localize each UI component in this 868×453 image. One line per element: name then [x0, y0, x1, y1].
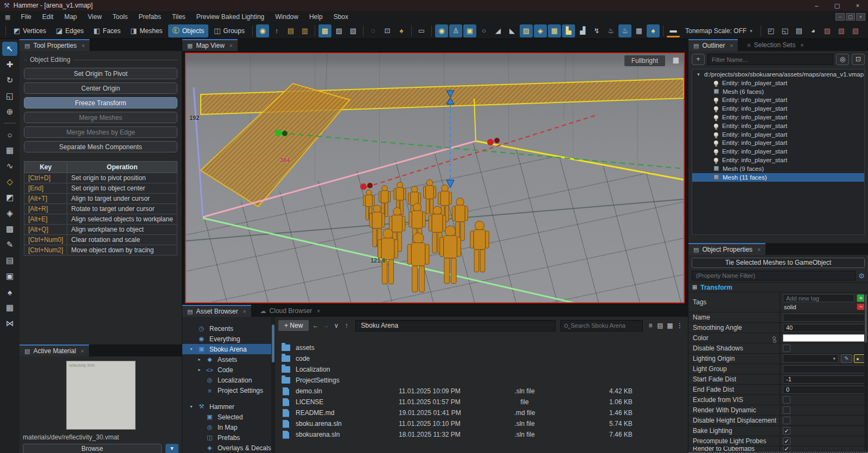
block-tool[interactable]: ▦ — [2, 143, 17, 157]
paint-tool[interactable]: ✎ — [2, 238, 17, 252]
set-origin-to-pivot-button[interactable]: Set Origin To Pivot — [24, 68, 177, 79]
file-row[interactable]: sbokuarena.sln18.01.2025 11:32 PM.sln fi… — [275, 429, 688, 440]
file-row[interactable]: Localization — [275, 364, 688, 375]
close-icon[interactable]: × — [757, 247, 761, 253]
tab-active-material[interactable]: ▧ Active Material × — [20, 344, 89, 356]
vertex-tool[interactable]: ◈ — [2, 206, 17, 220]
outliner-item[interactable]: Entity: info_player_start — [692, 147, 864, 156]
property-checkbox[interactable]: ✓ — [783, 406, 790, 414]
strip-divider[interactable] — [4, 123, 16, 124]
merge-meshes-by-edge-button[interactable]: Merge Meshes by Edge — [24, 126, 177, 138]
maximize-button[interactable]: ▢ — [827, 0, 847, 11]
merge-meshes-button[interactable]: Merge Meshes — [24, 112, 177, 123]
color-swatch[interactable] — [783, 334, 865, 342]
property-checkbox[interactable]: ✓ — [783, 437, 790, 445]
new-button[interactable]: + New — [278, 320, 309, 331]
menu-item[interactable]: File — [15, 11, 36, 23]
more-options-icon[interactable]: ⋮ — [675, 322, 685, 329]
add-entity-button[interactable]: + — [692, 54, 705, 65]
property-input[interactable]: -1 — [783, 375, 865, 384]
filter-icon[interactable]: ≡ — [646, 322, 655, 329]
outliner-item[interactable]: Entity: info_player_start — [692, 122, 864, 130]
property-filter-input[interactable]: (Property Name Filter) — [692, 271, 856, 280]
outliner-item[interactable]: Entity: info_player_start — [692, 113, 864, 122]
menu-item[interactable]: Edit — [37, 11, 59, 23]
tab-selection-sets[interactable]: ≡ Selection Sets × — [742, 39, 808, 51]
pick-target-button[interactable] — [854, 354, 865, 363]
entity-tool[interactable]: ○ — [2, 127, 17, 142]
chevron-down-icon[interactable]: ▾ — [696, 72, 701, 77]
outliner-item[interactable]: Entity: info_player_start — [692, 96, 864, 105]
sidebar-everything[interactable]: ◉Everything — [182, 334, 271, 344]
clipping-tool[interactable]: ◩ — [2, 190, 17, 205]
tile-palette-icon[interactable]: ▦ — [633, 24, 646, 37]
breadcrumb[interactable]: Sboku Arena — [355, 320, 556, 331]
sidebar-code[interactable]: ▸<>Code — [182, 365, 271, 375]
freeze-transform-button[interactable]: Freeze Transform — [24, 97, 177, 109]
browse-button[interactable]: Browse — [23, 444, 162, 453]
properties-scrollbar[interactable] — [864, 293, 867, 450]
visibility-filter-icon[interactable]: ◎ — [836, 54, 849, 65]
sidebar-prefabs[interactable]: ◫Prefabs — [182, 432, 271, 443]
mode-groups[interactable]: ◫Groups — [209, 25, 249, 36]
close-icon[interactable]: × — [243, 309, 246, 315]
tab-outliner[interactable]: ▤ Outliner × — [688, 39, 738, 51]
cube-project-icon[interactable]: ⊡ — [381, 24, 394, 37]
outliner-item[interactable]: Mesh (6 faces) — [692, 87, 864, 96]
texture-world-icon[interactable]: ▨ — [333, 24, 346, 37]
outliner-item[interactable]: Entity: info_player_start — [692, 79, 864, 87]
local-axes-icon[interactable]: ↑ — [270, 24, 283, 37]
workplane-edit-icon[interactable]: ▤ — [284, 24, 297, 37]
eyedropper-button[interactable]: ✎ — [841, 354, 852, 363]
history-icon[interactable]: ∨ — [332, 322, 340, 329]
sidebar-in-map[interactable]: ◎In Map — [182, 422, 271, 432]
file-row[interactable]: LICENSE11.01.2025 01:57 PMfile1.06 KB — [275, 397, 688, 407]
menu-item[interactable]: Help — [304, 11, 328, 23]
hatch-add-icon[interactable]: ▧ — [849, 24, 862, 37]
outliner-root[interactable]: ▾ d:/projects/sbox/sbokuarena/assets/map… — [692, 69, 864, 79]
outliner-item[interactable]: Entity: info_player_start — [692, 156, 864, 164]
prop-place-icon[interactable]: ♠ — [395, 24, 408, 37]
search-box[interactable] — [560, 320, 643, 331]
center-origin-button[interactable]: Center Origin — [24, 82, 177, 94]
property-input[interactable]: 40 — [783, 324, 865, 332]
gear-icon[interactable]: ⚙ — [858, 272, 865, 280]
expand-chevron-icon[interactable]: ▸ — [197, 367, 202, 372]
transform-section-header[interactable]: ⊞ Transform — [688, 282, 868, 292]
sidebar-recents[interactable]: ◷Recents — [182, 323, 271, 334]
ellipse-select-icon[interactable]: ◌ — [367, 24, 380, 37]
tab-object-properties[interactable]: ▤ Object Properties × — [688, 243, 765, 255]
world-transform-icon[interactable]: ◉ — [256, 24, 269, 37]
sidebar-assets[interactable]: ▸◆Assets — [182, 354, 271, 365]
folder-view-icon[interactable]: ▤ — [655, 322, 665, 329]
property-checkbox[interactable]: ✓ — [783, 417, 790, 424]
outliner-item[interactable]: Entity: info_player_start — [692, 104, 864, 113]
mode-faces[interactable]: ◧Faces — [89, 25, 125, 36]
close-icon[interactable]: × — [730, 43, 733, 49]
separate-mesh-components-button[interactable]: Separate Mesh Components — [24, 141, 177, 152]
ramp-icon[interactable]: ◢ — [492, 24, 505, 37]
menu-item[interactable]: Preview Baked Lighting — [191, 11, 270, 23]
menu-item[interactable]: Map — [59, 11, 82, 23]
outliner-filter-input[interactable] — [707, 54, 833, 65]
rotate-tool[interactable]: ↻ — [2, 73, 17, 87]
mode-vertices[interactable]: ◩Vertices — [9, 25, 50, 36]
tile-grid-tool[interactable]: ▦ — [2, 301, 17, 315]
menu-item[interactable]: Tiles — [167, 11, 191, 23]
file-row[interactable]: code — [275, 353, 688, 364]
add-tag-input[interactable]: Add new tag — [783, 294, 854, 302]
file-row[interactable]: assets — [275, 342, 688, 353]
file-row[interactable]: ProjectSettings — [275, 375, 688, 386]
fullbright-button[interactable]: Fullbright — [624, 55, 665, 66]
up-icon[interactable]: ↑ — [342, 322, 350, 329]
tab-cloud-browser[interactable]: ☁ Cloud Browser × — [256, 305, 326, 317]
close-icon[interactable]: × — [229, 43, 233, 49]
close-icon[interactable]: × — [81, 348, 84, 354]
minimize-button[interactable]: – — [806, 0, 827, 11]
property-checkbox[interactable]: ✓ — [783, 344, 790, 352]
sidebar-sboku-arena[interactable]: ▾▣Sboku Arena — [182, 344, 271, 354]
viewport-layout-icon[interactable]: ▦ — [673, 56, 679, 64]
menu-grid-icon[interactable]: ▦ — [0, 14, 15, 21]
property-checkbox[interactable]: ✓ — [783, 427, 790, 435]
trigger-volume-icon[interactable]: ▣ — [463, 24, 476, 37]
